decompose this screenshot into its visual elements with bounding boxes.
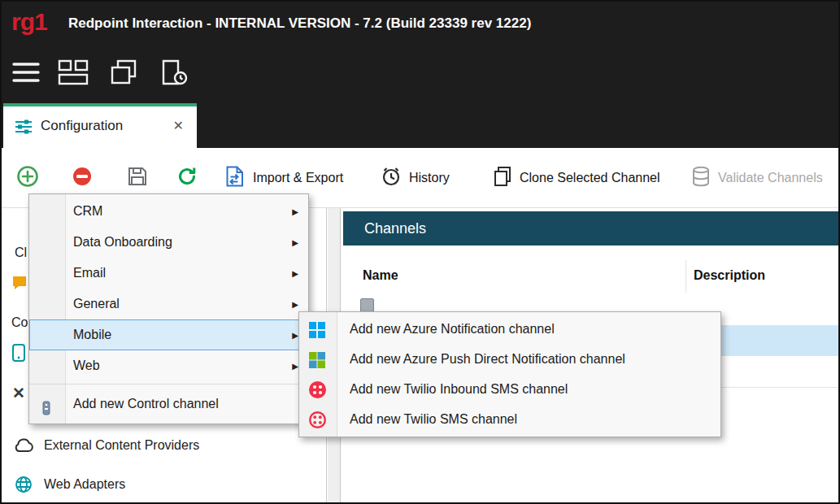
panels-icon [58, 59, 89, 89]
control-channel-icon [38, 395, 54, 429]
configuration-icon [15, 119, 33, 138]
menu-item-mobile[interactable]: Mobile ▶ [29, 319, 308, 350]
redpoint-logo: rg1 [11, 8, 47, 36]
main-icon-bar [2, 45, 838, 103]
submenu-arrow-icon: ▶ [292, 351, 298, 382]
menu-item-email[interactable]: Email ▶ [29, 258, 308, 289]
import-export-button[interactable]: Import & Export [224, 163, 343, 193]
window-title: Redpoint Interaction - INTERNAL VERSION … [68, 15, 531, 32]
document-clock-icon [160, 59, 188, 89]
grid-header: Name Description [343, 260, 838, 293]
submenu-item-twilio-inbound-sms[interactable]: Add new Twilio Inbound SMS channel [299, 374, 720, 404]
mobile-submenu: Add new Azure Notification channel Add n… [298, 311, 721, 437]
menu-item-general[interactable]: General ▶ [29, 289, 308, 319]
submenu-item-label: Add new Twilio Inbound SMS channel [350, 382, 568, 396]
save-button[interactable] [127, 163, 148, 193]
refresh-icon [176, 165, 198, 191]
submenu-arrow-icon: ▶ [292, 228, 298, 259]
clone-icon [493, 166, 512, 190]
sidebar-item-label: Web Adapters [44, 477, 125, 492]
save-icon [127, 166, 148, 190]
scheduled-documents-button[interactable] [156, 59, 192, 89]
validate-channels-button[interactable]: Validate Channels [691, 163, 823, 193]
submenu-item-label: Add new Twilio SMS channel [350, 412, 517, 426]
sidebar-occluded-label-1: Cl [15, 245, 27, 260]
tab-configuration[interactable]: Configuration ✕ [3, 103, 197, 148]
application-window: rg1 Redpoint Interaction - INTERNAL VERS… [0, 0, 840, 504]
x-channel-icon: ✕ [12, 384, 25, 402]
menu-separator [29, 384, 308, 385]
channel-row-icon [360, 298, 374, 312]
menu-item-label: Email [73, 266, 106, 280]
remove-channel-button[interactable] [72, 163, 93, 193]
column-header-name[interactable]: Name [363, 268, 398, 283]
submenu-item-label: Add new Azure Push Direct Notification c… [350, 352, 625, 366]
clone-channel-button[interactable]: Clone Selected Channel [493, 163, 660, 193]
sidebar-item-web-adapters[interactable]: Web Adapters [2, 468, 326, 501]
refresh-button[interactable] [176, 163, 198, 193]
layout-panels-button[interactable] [55, 59, 91, 89]
submenu-item-label: Add new Azure Notification channel [350, 322, 555, 336]
twilio-icon [308, 380, 327, 398]
copy-window-button[interactable] [106, 59, 141, 89]
history-label: History [409, 171, 450, 185]
menu-item-label: Add new Control channel [73, 397, 219, 411]
sidebar-item-label: External Content Providers [44, 438, 199, 453]
menu-item-label: Data Onboarding [73, 235, 172, 249]
copy-window-icon [110, 59, 137, 89]
tab-close-icon[interactable]: ✕ [173, 118, 184, 133]
menu-item-data-onboarding[interactable]: Data Onboarding ▶ [29, 227, 308, 258]
clone-label: Clone Selected Channel [520, 171, 660, 185]
history-button[interactable]: History [381, 163, 450, 193]
sidebar-item-external-content-providers[interactable]: External Content Providers [2, 429, 326, 462]
title-bar: rg1 Redpoint Interaction - INTERNAL VERS… [2, 2, 838, 45]
menu-item-label: Mobile [73, 328, 111, 341]
submenu-arrow-icon: ▶ [292, 320, 298, 351]
channels-panel-header: Channels [343, 211, 838, 245]
validate-label: Validate Channels [718, 171, 823, 185]
add-icon [16, 165, 39, 191]
add-channel-button[interactable] [16, 163, 39, 193]
menu-item-add-control-channel[interactable]: Add new Control channel [29, 387, 308, 421]
submenu-item-azure-push-direct[interactable]: Add new Azure Push Direct Notification c… [299, 344, 720, 374]
twilio-ring-icon [308, 410, 327, 428]
add-channel-menu: CRM ▶ Data Onboarding ▶ Email ▶ General … [28, 193, 309, 424]
cloud-icon [11, 438, 36, 453]
database-icon [691, 166, 711, 190]
remove-icon [72, 166, 93, 190]
mobile-phone-icon [11, 343, 26, 366]
menu-item-crm[interactable]: CRM ▶ [29, 196, 308, 227]
globe-icon [11, 475, 36, 494]
sidebar-occluded-label-2: Co [11, 315, 28, 330]
menu-item-web[interactable]: Web ▶ [29, 350, 308, 381]
main-menu-button[interactable] [8, 59, 44, 89]
hamburger-icon [12, 61, 40, 87]
submenu-arrow-icon: ▶ [292, 289, 298, 320]
submenu-item-twilio-sms[interactable]: Add new Twilio SMS channel [299, 404, 720, 434]
menu-item-label: CRM [73, 204, 102, 218]
submenu-item-azure-notification[interactable]: Add new Azure Notification channel [299, 314, 720, 344]
submenu-arrow-icon: ▶ [292, 197, 298, 228]
menu-item-label: Web [73, 358, 100, 372]
panel-title: Channels [364, 220, 426, 237]
submenu-arrow-icon: ▶ [292, 259, 298, 289]
column-header-description[interactable]: Description [694, 268, 765, 283]
history-clock-icon [381, 166, 402, 190]
import-export-label: Import & Export [253, 171, 343, 185]
import-export-icon [224, 165, 246, 191]
azure-push-icon [308, 350, 327, 368]
windows-icon [308, 319, 327, 338]
menu-item-label: General [73, 297, 120, 311]
chat-bubble-icon [11, 275, 28, 294]
tab-label: Configuration [41, 118, 123, 134]
tab-strip: Configuration ✕ [2, 103, 838, 148]
